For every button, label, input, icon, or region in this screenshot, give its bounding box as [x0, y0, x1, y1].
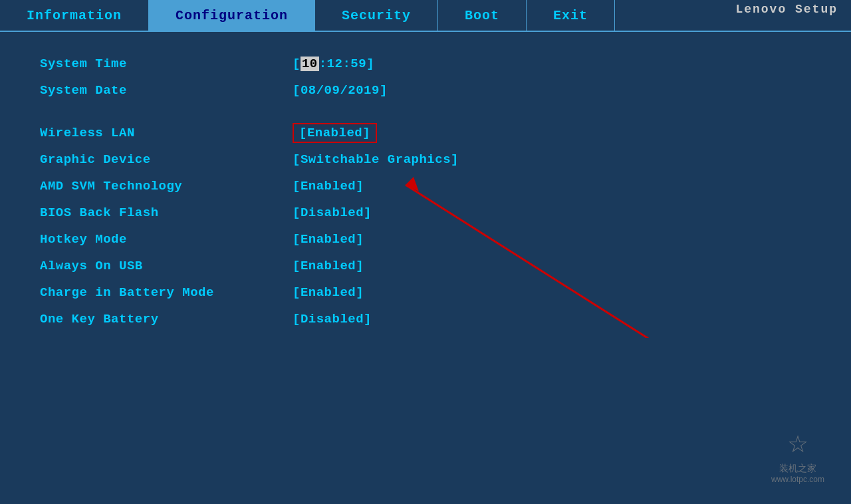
system-time-hour: 10 — [301, 57, 319, 71]
one-key-battery-label: One Key Battery — [40, 312, 293, 326]
brand-text: Lenovo Setup — [735, 3, 838, 16]
hotkey-mode-value[interactable]: [Enabled] — [293, 232, 364, 247]
one-key-battery-value[interactable]: [Disabled] — [293, 312, 372, 326]
amd-svm-row: AMD SVM Technology [Enabled] — [40, 174, 811, 198]
amd-svm-value[interactable]: [Enabled] — [293, 179, 364, 193]
nav-label-boot: Boot — [465, 8, 499, 23]
watermark-star-icon: ☆ — [771, 422, 824, 463]
one-key-battery-row: One Key Battery [Disabled] — [40, 307, 811, 331]
graphic-device-row: Graphic Device [Switchable Graphics] — [40, 148, 811, 172]
nav-label-security: Security — [342, 8, 411, 23]
wireless-lan-label: Wireless LAN — [40, 126, 293, 140]
nav-label-information: Information — [27, 8, 122, 23]
nav-label-exit: Exit — [553, 8, 588, 23]
bios-content: System Time [10:12:59] System Date [08/0… — [0, 32, 851, 504]
graphic-device-value[interactable]: [Switchable Graphics] — [293, 152, 459, 167]
watermark-url: www.lotpc.com — [771, 475, 824, 484]
graphic-device-label: Graphic Device — [40, 152, 293, 167]
wireless-lan-row: Wireless LAN [Enabled] — [40, 121, 811, 145]
hotkey-mode-label: Hotkey Mode — [40, 232, 293, 247]
nav-label-configuration: Configuration — [176, 8, 288, 23]
spacer-row-1 — [40, 105, 811, 118]
system-time-row: System Time [10:12:59] — [40, 52, 811, 76]
wireless-lan-value[interactable]: [Enabled] — [293, 123, 377, 143]
bios-back-flash-row: BIOS Back Flash [Disabled] — [40, 201, 811, 225]
always-on-usb-label: Always On USB — [40, 259, 293, 273]
system-time-value[interactable]: [10:12:59] — [293, 57, 374, 71]
charge-battery-value[interactable]: [Enabled] — [293, 285, 364, 300]
nav-item-boot[interactable]: Boot — [438, 0, 527, 31]
nav-item-exit[interactable]: Exit — [527, 0, 615, 31]
nav-item-configuration[interactable]: Configuration — [149, 0, 315, 31]
charge-battery-label: Charge in Battery Mode — [40, 285, 293, 300]
system-date-label: System Date — [40, 83, 293, 98]
nav-item-information[interactable]: Information — [0, 0, 149, 31]
always-on-usb-value[interactable]: [Enabled] — [293, 259, 364, 273]
system-date-row: System Date [08/09/2019] — [40, 78, 811, 102]
charge-battery-row: Charge in Battery Mode [Enabled] — [40, 281, 811, 305]
bios-back-flash-value[interactable]: [Disabled] — [293, 205, 372, 220]
amd-svm-label: AMD SVM Technology — [40, 179, 293, 193]
bios-back-flash-label: BIOS Back Flash — [40, 205, 293, 220]
watermark-brand: 装机之家 — [771, 463, 824, 475]
watermark: ☆ 装机之家 www.lotpc.com — [771, 422, 824, 484]
system-time-label: System Time — [40, 57, 293, 71]
hotkey-mode-row: Hotkey Mode [Enabled] — [40, 227, 811, 251]
always-on-usb-row: Always On USB [Enabled] — [40, 254, 811, 278]
system-date-value[interactable]: [08/09/2019] — [293, 83, 388, 98]
nav-item-security[interactable]: Security — [315, 0, 438, 31]
nav-bar: Information Configuration Security Boot … — [0, 0, 851, 32]
